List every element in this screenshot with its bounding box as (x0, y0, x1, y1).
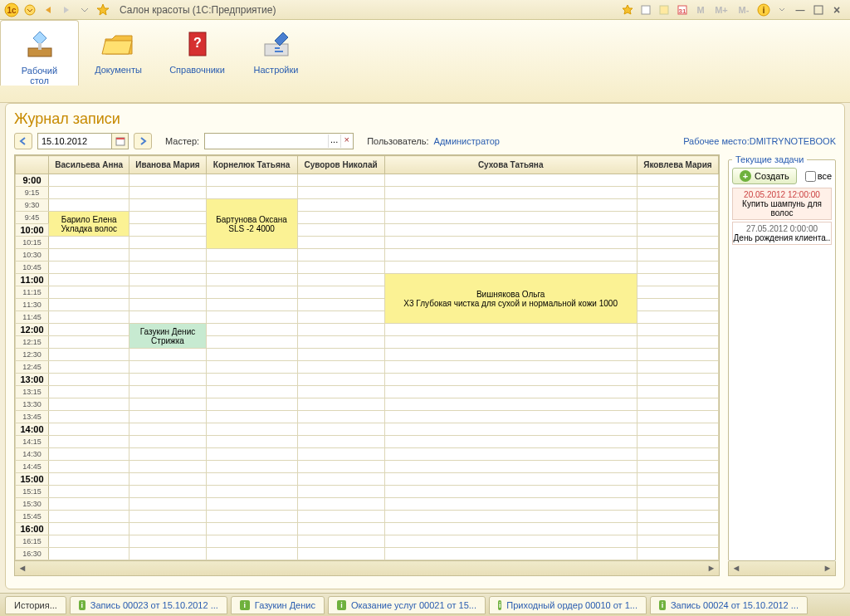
schedule-cell[interactable] (297, 448, 384, 461)
schedule-cell[interactable] (384, 374, 637, 386)
schedule-cell[interactable] (384, 398, 637, 411)
schedule-cell[interactable] (384, 249, 637, 262)
schedule-cell[interactable] (384, 224, 637, 237)
schedule-cell[interactable] (637, 411, 718, 423)
schedule-cell[interactable] (637, 523, 718, 535)
schedule-cell[interactable] (129, 237, 206, 249)
hscroll-right-icon[interactable]: ► (704, 561, 719, 574)
schedule-cell[interactable] (637, 349, 718, 361)
schedule-cell[interactable] (206, 324, 297, 336)
schedule-cell[interactable] (637, 511, 718, 523)
ribbon-documents[interactable]: Документы (79, 20, 158, 75)
schedule-cell[interactable] (49, 374, 129, 386)
schedule-cell[interactable] (384, 324, 637, 336)
date-prev-button[interactable] (14, 133, 32, 149)
dropdown-icon[interactable] (22, 2, 38, 18)
schedule-cell[interactable] (206, 436, 297, 448)
master-clear-button[interactable]: × (340, 134, 352, 148)
minimize-button[interactable]: — (792, 2, 808, 18)
schedule-grid[interactable]: Васильева АннаИванова МарияКорнелюк Тать… (15, 155, 719, 560)
schedule-cell[interactable] (49, 535, 129, 548)
schedule-cell[interactable] (637, 311, 718, 324)
schedule-hscroll[interactable]: ◄ ► (15, 560, 719, 575)
schedule-cell[interactable] (129, 548, 206, 560)
schedule-cell[interactable] (49, 286, 129, 299)
calc-icon[interactable] (656, 2, 672, 18)
schedule-cell[interactable] (384, 523, 637, 535)
tasks-hscroll-left-icon[interactable]: ◄ (729, 561, 744, 574)
schedule-cell[interactable] (637, 461, 718, 473)
taskbar-tab[interactable]: iЗапись 00023 от 15.10.2012 ... (70, 596, 227, 614)
schedule-cell[interactable] (129, 299, 206, 311)
schedule-cell[interactable] (206, 374, 297, 386)
date-picker-button[interactable] (112, 133, 129, 149)
appointment[interactable]: Барило ЕленаУкладка волос (49, 212, 129, 237)
schedule-cell[interactable] (637, 423, 718, 436)
schedule-cell[interactable] (129, 187, 206, 199)
schedule-cell[interactable] (206, 498, 297, 511)
schedule-cell[interactable] (129, 386, 206, 398)
hscroll-left-icon[interactable]: ◄ (15, 561, 30, 574)
schedule-cell[interactable] (384, 262, 637, 274)
schedule-cell[interactable] (297, 461, 384, 473)
schedule-cell[interactable] (206, 386, 297, 398)
schedule-cell[interactable] (49, 448, 129, 461)
schedule-cell[interactable] (384, 411, 637, 423)
schedule-cell[interactable] (129, 374, 206, 386)
date-next-button[interactable] (134, 133, 152, 149)
nav-forward-icon[interactable] (58, 2, 75, 18)
schedule-cell[interactable] (384, 237, 637, 249)
nav-back-icon[interactable] (40, 2, 56, 18)
schedule-cell[interactable] (637, 274, 718, 286)
schedule-cell[interactable] (297, 299, 384, 311)
master-input[interactable]: ... × (204, 133, 354, 149)
schedule-cell[interactable] (384, 361, 637, 374)
schedule-cell[interactable] (49, 174, 129, 187)
schedule-cell[interactable] (384, 511, 637, 523)
schedule-cell[interactable] (129, 473, 206, 486)
schedule-cell[interactable] (297, 311, 384, 324)
info-dropdown-icon[interactable] (774, 2, 790, 18)
calendar-icon[interactable]: 31 (674, 2, 691, 18)
schedule-cell[interactable] (206, 174, 297, 187)
schedule-cell[interactable] (297, 187, 384, 199)
schedule-cell[interactable] (637, 224, 718, 237)
mem-m[interactable]: M (692, 2, 709, 18)
schedule-cell[interactable] (49, 299, 129, 311)
taskbar-tab[interactable]: iЗапись 00024 от 15.10.2012 ... (650, 596, 808, 614)
schedule-cell[interactable] (297, 374, 384, 386)
schedule-cell[interactable] (637, 436, 718, 448)
schedule-cell[interactable] (49, 548, 129, 560)
favorite-star-icon[interactable] (95, 2, 111, 18)
schedule-cell[interactable] (384, 349, 637, 361)
schedule-cell[interactable] (49, 436, 129, 448)
schedule-cell[interactable] (297, 548, 384, 560)
col-header-2[interactable]: Корнелюк Татьяна (206, 156, 297, 174)
schedule-cell[interactable] (637, 398, 718, 411)
schedule-cell[interactable] (129, 461, 206, 473)
schedule-cell[interactable] (49, 511, 129, 523)
schedule-cell[interactable] (206, 423, 297, 436)
schedule-cell[interactable] (206, 262, 297, 274)
schedule-cell[interactable] (129, 398, 206, 411)
schedule-cell[interactable] (129, 361, 206, 374)
schedule-cell[interactable] (206, 349, 297, 361)
nav-dropdown-icon[interactable] (76, 2, 93, 18)
schedule-cell[interactable] (637, 262, 718, 274)
schedule-cell[interactable] (206, 411, 297, 423)
schedule-cell[interactable] (297, 324, 384, 336)
schedule-cell[interactable] (297, 473, 384, 486)
schedule-cell[interactable] (206, 187, 297, 199)
schedule-cell[interactable] (297, 286, 384, 299)
schedule-cell[interactable] (206, 523, 297, 535)
schedule-cell[interactable] (49, 398, 129, 411)
schedule-cell[interactable] (637, 548, 718, 560)
schedule-cell[interactable] (206, 311, 297, 324)
schedule-cell[interactable] (129, 286, 206, 299)
schedule-cell[interactable] (129, 212, 206, 224)
fav-small-icon[interactable] (619, 2, 636, 18)
schedule-cell[interactable] (129, 523, 206, 535)
schedule-cell[interactable] (49, 361, 129, 374)
schedule-cell[interactable] (129, 423, 206, 436)
schedule-cell[interactable] (129, 535, 206, 548)
